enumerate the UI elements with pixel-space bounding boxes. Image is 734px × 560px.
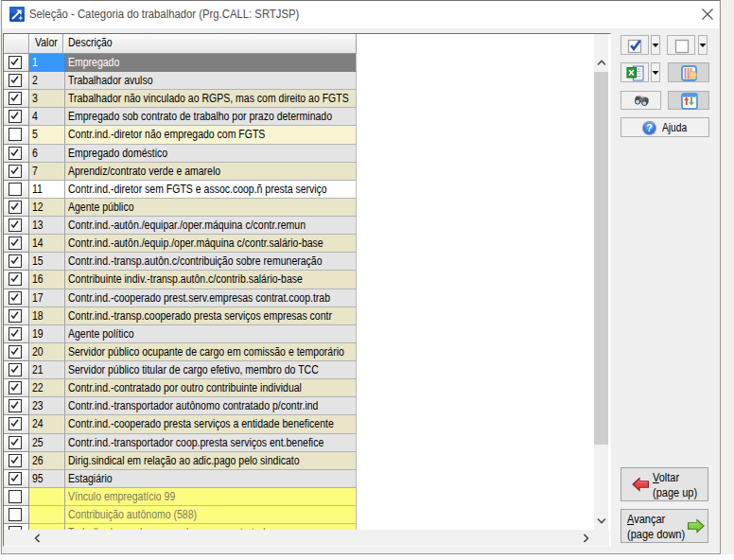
svg-text:?: ?	[646, 122, 652, 133]
